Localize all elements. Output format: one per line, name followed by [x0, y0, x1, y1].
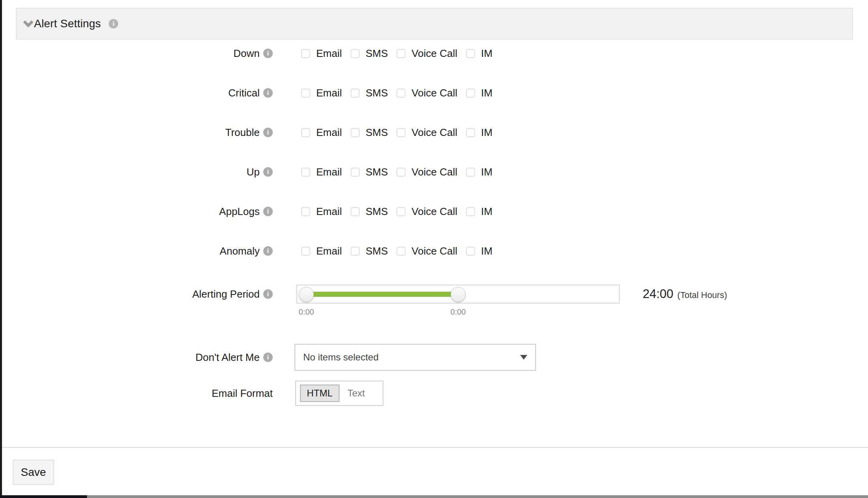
channel-label: Email	[316, 87, 342, 99]
info-icon[interactable]: i	[263, 167, 273, 177]
checkbox-unchecked[interactable]	[351, 207, 360, 216]
checkbox-unchecked[interactable]	[301, 49, 310, 58]
bottom-scrollbar-dark-segment	[0, 495, 87, 498]
slider-start-time: 0:00	[299, 307, 314, 317]
channel-label: IM	[481, 47, 492, 60]
alerting-period-row: Alerting Period i 0:00 0:00 24:00 (Total…	[0, 273, 868, 315]
info-icon[interactable]: i	[263, 88, 273, 98]
checkbox-unchecked[interactable]	[396, 247, 406, 256]
bottom-scrollbar-track[interactable]	[87, 495, 868, 498]
checkbox-unchecked[interactable]	[301, 128, 310, 137]
checkbox-unchecked[interactable]	[466, 128, 475, 137]
checkbox-unchecked[interactable]	[396, 168, 406, 177]
channel-option[interactable]: Email	[301, 245, 342, 257]
alert-channel-rows: Down i Email SMS Voice Call IM Critical	[0, 34, 868, 271]
email-format-option-html[interactable]: HTML	[300, 385, 340, 402]
channel-option[interactable]: Email	[301, 126, 342, 139]
channel-option[interactable]: Voice Call	[396, 87, 457, 99]
channel-option[interactable]: IM	[466, 126, 492, 139]
checkbox-unchecked[interactable]	[351, 247, 360, 256]
channel-label: SMS	[366, 126, 388, 139]
info-icon[interactable]: i	[263, 246, 273, 256]
info-icon[interactable]: i	[263, 289, 273, 299]
checkbox-unchecked[interactable]	[301, 247, 310, 256]
checkbox-unchecked[interactable]	[396, 207, 406, 216]
alert-row-label: Trouble	[225, 126, 260, 139]
slider-handle-end[interactable]	[451, 287, 466, 302]
checkbox-unchecked[interactable]	[396, 49, 406, 58]
alerting-period-label-cell: Alerting Period i	[0, 288, 273, 300]
checkbox-unchecked[interactable]	[466, 89, 475, 98]
dont-alert-me-label: Don't Alert Me	[196, 351, 260, 364]
channel-label: Email	[316, 166, 342, 178]
alert-row: AppLogs i Email SMS Voice Call IM	[0, 192, 868, 231]
alert-row-label: Up	[247, 166, 260, 178]
info-icon[interactable]: i	[263, 353, 273, 362]
channel-option[interactable]: Email	[301, 166, 342, 178]
checkbox-unchecked[interactable]	[351, 168, 360, 177]
channel-option[interactable]: IM	[466, 47, 492, 60]
channel-option[interactable]: Email	[301, 47, 342, 60]
channel-option[interactable]: Email	[301, 87, 342, 99]
alert-row: Critical i Email SMS Voice Call IM	[0, 73, 868, 113]
alert-row-label-cell: Critical i	[0, 87, 273, 99]
dont-alert-me-row: Don't Alert Me i No items selected	[0, 344, 868, 371]
channel-option[interactable]: IM	[466, 206, 492, 218]
channel-option[interactable]: Email	[301, 206, 342, 218]
alert-row-label: AppLogs	[219, 206, 260, 218]
channel-label: Voice Call	[411, 47, 457, 60]
chevron-down-icon[interactable]	[23, 20, 34, 28]
alerting-period-slider[interactable]: 0:00 0:00	[296, 285, 620, 304]
checkbox-unchecked[interactable]	[466, 49, 475, 58]
channel-option[interactable]: Voice Call	[396, 126, 457, 139]
checkbox-unchecked[interactable]	[301, 89, 310, 98]
email-format-option-text[interactable]: Text	[340, 385, 373, 402]
checkbox-unchecked[interactable]	[396, 128, 406, 137]
checkbox-unchecked[interactable]	[466, 207, 475, 216]
info-icon[interactable]: i	[263, 207, 273, 216]
channel-checkbox-group: Email SMS Voice Call IM	[301, 47, 501, 60]
email-format-label: Email Format	[211, 387, 273, 400]
checkbox-unchecked[interactable]	[466, 168, 475, 177]
dont-alert-me-label-cell: Don't Alert Me i	[0, 351, 273, 364]
channel-label: Email	[316, 206, 342, 218]
info-icon[interactable]: i	[263, 128, 273, 137]
save-button[interactable]: Save	[13, 460, 54, 485]
channel-option[interactable]: IM	[466, 166, 492, 178]
checkbox-unchecked[interactable]	[301, 207, 310, 216]
channel-option[interactable]: Voice Call	[396, 206, 457, 218]
channel-option[interactable]: SMS	[351, 206, 388, 218]
channel-option[interactable]: Voice Call	[396, 166, 457, 178]
alert-row-label-cell: AppLogs i	[0, 206, 273, 218]
info-icon[interactable]: i	[109, 19, 118, 28]
checkbox-unchecked[interactable]	[396, 89, 406, 98]
dont-alert-me-dropdown[interactable]: No items selected	[294, 344, 536, 371]
checkbox-unchecked[interactable]	[351, 128, 360, 137]
slider-handle-start[interactable]	[299, 287, 314, 302]
channel-option[interactable]: SMS	[351, 126, 388, 139]
channel-option[interactable]: Voice Call	[396, 245, 457, 257]
section-title: Alert Settings	[34, 17, 101, 30]
alert-row-label: Critical	[228, 87, 260, 99]
channel-option[interactable]: SMS	[351, 245, 388, 257]
channel-option[interactable]: IM	[466, 87, 492, 99]
channel-option[interactable]: SMS	[351, 87, 388, 99]
checkbox-unchecked[interactable]	[466, 247, 475, 256]
channel-option[interactable]: Voice Call	[396, 47, 457, 60]
channel-label: Voice Call	[411, 166, 457, 178]
info-icon[interactable]: i	[263, 49, 273, 58]
email-format-label-cell: Email Format	[0, 387, 273, 400]
checkbox-unchecked[interactable]	[351, 89, 360, 98]
channel-option[interactable]: SMS	[351, 47, 388, 60]
total-hours: 24:00 (Total Hours)	[643, 287, 727, 301]
alert-row-label-cell: Trouble i	[0, 126, 273, 139]
email-format-row: Email Format HTML Text	[0, 381, 868, 406]
dropdown-selected-value: No items selected	[303, 352, 379, 363]
checkbox-unchecked[interactable]	[301, 168, 310, 177]
channel-option[interactable]: IM	[466, 245, 492, 257]
channel-label: SMS	[366, 245, 388, 257]
channel-label: Voice Call	[411, 206, 457, 218]
checkbox-unchecked[interactable]	[351, 49, 360, 58]
alert-row-label: Anomaly	[220, 245, 260, 257]
channel-option[interactable]: SMS	[351, 166, 388, 178]
